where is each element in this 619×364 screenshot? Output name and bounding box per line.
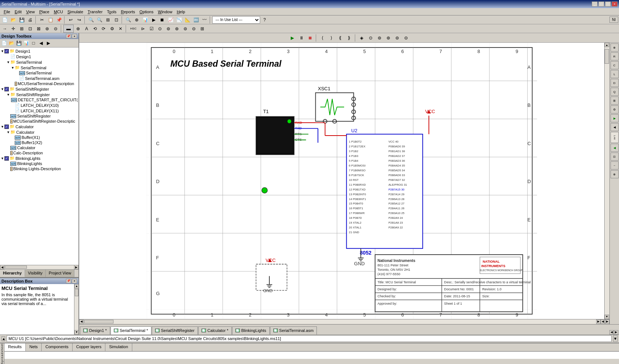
tab-serialterminal-asm[interactable]: 📄 SerialTerminal.asm <box>270 326 317 335</box>
bottom-tab-components[interactable]: Components <box>42 343 72 351</box>
zoom-fit-button[interactable]: ⊞ <box>104 16 112 24</box>
sim-misc3[interactable]: ⊛ <box>384 34 392 42</box>
tb-save-design[interactable]: 💾 <box>15 40 22 46</box>
sim-button[interactable]: ▶ <box>150 16 158 24</box>
wire-button[interactable]: 〰 <box>200 16 209 24</box>
check-blinkinglights[interactable]: ✓ <box>4 156 9 161</box>
tab-blinkinglights[interactable]: 📄 BlinkingLights <box>232 326 270 335</box>
tb2-arr[interactable]: ⊳ <box>139 25 147 33</box>
rp-btn11[interactable]: ◀ <box>611 144 619 152</box>
tb-restore[interactable]: □ <box>30 40 37 46</box>
tree-design1-file[interactable]: 📄 Design1 <box>1 54 78 59</box>
status-input[interactable] <box>7 335 612 342</box>
bottom-tab-results[interactable]: Results <box>4 343 26 351</box>
menu-place[interactable]: Place <box>37 9 52 15</box>
cut-button[interactable]: ✂ <box>38 16 46 24</box>
analysis-button[interactable]: 📈 <box>167 16 175 24</box>
rp-btn4[interactable]: L <box>611 70 619 78</box>
grapher-button[interactable]: 📉 <box>175 16 183 24</box>
sch-canvas[interactable]: A B C D E F G A B C D <box>79 43 604 319</box>
tb-chart[interactable]: 📊 <box>23 40 29 46</box>
tb2-flip[interactable]: ⟳ <box>99 25 108 33</box>
tree-calc-desc[interactable]: i Calc-Description <box>1 150 78 155</box>
db-button[interactable]: 📊 <box>141 16 149 24</box>
tb-open-design[interactable]: 📂 <box>8 40 15 46</box>
tb2-comp[interactable]: ⊕ <box>74 25 82 33</box>
rp-btn9[interactable]: ▶ <box>611 114 619 122</box>
inuse-dropdown[interactable]: --- In Use List --- <box>212 16 260 24</box>
tb2-prop[interactable]: ⚙ <box>108 25 116 33</box>
desc-scroll-down[interactable]: ▼ <box>74 330 78 335</box>
tree-serialterminal[interactable]: ▼ 📁 SerialTerminal <box>1 59 78 65</box>
menu-view[interactable]: View <box>24 9 37 15</box>
tree-blinkinglights-desc[interactable]: i Blinking Lights-Description <box>1 166 78 171</box>
zoom-in-button[interactable]: 🔍 <box>87 16 95 24</box>
tree-calculator[interactable]: ▼ ✓ 📁 Calculator <box>1 124 78 129</box>
tree-blinkinglights-sub[interactable]: sch BlinkingLights <box>1 161 78 166</box>
bottom-tab-copper[interactable]: Copper layers <box>73 343 105 351</box>
tb2-text[interactable]: A <box>83 25 91 33</box>
tree-serialshift-leaf[interactable]: sch SerialShiftRegister <box>1 113 78 119</box>
sch-scroll-up[interactable]: ▲ <box>605 43 609 47</box>
sch-scroll-down[interactable]: ▼ <box>605 315 609 319</box>
tree-calculator-sub[interactable]: ▼ 📁 Calculator <box>1 129 78 135</box>
tree-serialshift-sub[interactable]: ▼ 📁 SerialShiftRegister <box>1 92 78 97</box>
tree-mcu-desc[interactable]: i MCUSerialTerminal-Description <box>1 81 78 86</box>
check-serialshift[interactable]: ✓ <box>4 87 9 91</box>
sim-step-fwd[interactable]: ⟩ <box>328 34 336 42</box>
rp-btn8[interactable]: ⚙ <box>611 105 619 113</box>
sim-misc5[interactable]: ⊝ <box>402 34 410 42</box>
tree-mcu-shift-desc[interactable]: i MCUSerialShiftRegister-Descriptic <box>1 119 78 124</box>
tab-design1[interactable]: 📄 Design1 * <box>80 326 110 335</box>
find-button[interactable]: 🔍 <box>124 16 132 24</box>
tb2-btn2[interactable]: ✛ <box>9 25 17 33</box>
rp-btn3[interactable]: C <box>611 61 619 69</box>
maximize-button[interactable]: □ <box>598 1 604 7</box>
sch-scroll-left[interactable]: ◀ <box>79 319 84 324</box>
desc-pin-button[interactable]: 📌 <box>66 279 71 283</box>
desc-close-button[interactable]: × <box>72 279 77 283</box>
rp-btn5[interactable]: D <box>611 79 619 87</box>
tree-calculator-leaf[interactable]: sch Calculator <box>1 145 78 150</box>
tb-right[interactable]: ▶ <box>45 40 52 46</box>
check-calculator[interactable]: ✓ <box>4 125 9 129</box>
tree-scroll-right[interactable]: ▶ <box>74 265 78 269</box>
rp-btn1[interactable]: ⊕ <box>611 43 619 52</box>
tree-blinkinglights[interactable]: ▼ ✓ 📁 BlinkingLights <box>1 155 78 161</box>
tree-serialterminal-sub[interactable]: ▼ 📁 SerialTerminal <box>1 65 78 70</box>
menu-options[interactable]: Options <box>137 9 156 15</box>
rp-btn7[interactable]: ⊞ <box>611 97 619 105</box>
tree-serialterminal-leaf[interactable]: sch SerialTerminal <box>1 70 78 76</box>
close-button[interactable]: × <box>612 1 618 7</box>
tree-design1[interactable]: ▼ ✓ 📁 Design1 <box>1 48 78 54</box>
menu-tools[interactable]: Tools <box>105 9 119 15</box>
sim-misc4[interactable]: ⊜ <box>393 34 401 42</box>
tree-serialshift[interactable]: ▼ ✓ 📁 SerialShiftRegister <box>1 86 78 92</box>
tb2-misc3[interactable]: ⊚ <box>164 25 172 33</box>
tb-left[interactable]: ◀ <box>38 40 44 46</box>
tab-scroll-right[interactable]: ▶ <box>614 330 618 335</box>
tb2-misc4[interactable]: ⊛ <box>173 25 181 33</box>
sim-step-back[interactable]: ⟨ <box>319 34 327 42</box>
sim-run-button[interactable]: ▶ <box>288 34 297 42</box>
tab-visibility[interactable]: Visibility <box>25 270 46 277</box>
sim-probe[interactable]: ◈ <box>358 34 366 42</box>
minimize-button[interactable]: _ <box>592 1 598 7</box>
zoom-area-button[interactable]: ⊡ <box>112 16 120 24</box>
menu-window[interactable]: Window <box>155 9 174 15</box>
tb2-btn4[interactable]: ⊡ <box>26 25 34 33</box>
menu-edit[interactable]: Edit <box>13 9 24 15</box>
tb2-btn5[interactable]: ⊠ <box>35 25 43 33</box>
print-button[interactable]: 🖨 <box>26 16 34 24</box>
sim-misc1[interactable]: ⊙ <box>367 34 375 42</box>
tb2-misc5[interactable]: ⊜ <box>181 25 189 33</box>
help-btn[interactable]: ? <box>260 16 269 24</box>
tb2-misc1[interactable]: ☑ <box>147 25 155 33</box>
status-expand-button[interactable]: ▲ <box>1 336 5 341</box>
tb2-misc7[interactable]: ⊞ <box>198 25 206 33</box>
sim-run-back[interactable]: ⟪ <box>336 34 345 42</box>
menu-reports[interactable]: Reports <box>119 9 137 15</box>
paste-button[interactable]: 📌 <box>55 16 63 24</box>
tb-new-design[interactable]: 📄 <box>1 40 7 46</box>
tb2-rotate[interactable]: ⟲ <box>91 25 99 33</box>
